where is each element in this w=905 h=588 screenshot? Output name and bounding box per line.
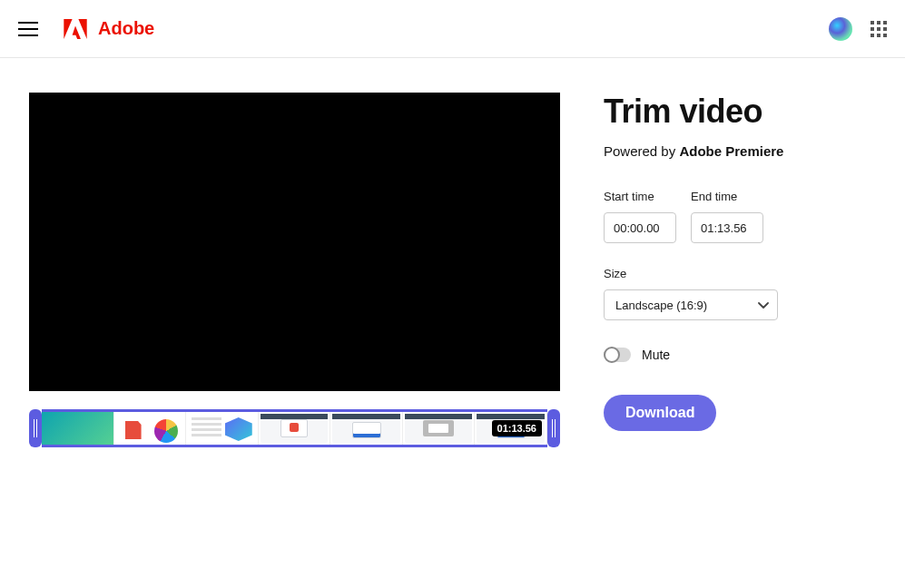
- powered-product: Adobe Premiere: [679, 143, 783, 159]
- brand-link[interactable]: Adobe: [64, 18, 154, 39]
- timeline-thumb[interactable]: [403, 412, 476, 445]
- timeline-thumb[interactable]: [186, 412, 259, 445]
- size-select-wrap: Landscape (16:9): [604, 289, 778, 320]
- apps-menu-icon[interactable]: [871, 21, 887, 37]
- start-time-label: Start time: [604, 190, 676, 203]
- brand-name: Adobe: [98, 18, 154, 39]
- video-preview[interactable]: [29, 93, 560, 391]
- toggle-knob: [604, 347, 620, 363]
- size-label: Size: [604, 267, 876, 280]
- timeline-track[interactable]: 01:13.56: [42, 409, 547, 447]
- menu-button[interactable]: [18, 22, 38, 36]
- right-column: Trim video Powered by Adobe Premiere Sta…: [604, 93, 876, 447]
- main: 01:13.56 Trim video Powered by Adobe Pre…: [0, 58, 905, 447]
- left-column: 01:13.56: [29, 93, 560, 447]
- adobe-logo-icon: [64, 19, 87, 39]
- avatar[interactable]: [829, 17, 852, 41]
- time-row: Start time End time: [604, 190, 876, 243]
- header: Adobe: [0, 0, 905, 58]
- trim-handle-end[interactable]: [547, 409, 560, 447]
- end-time-input[interactable]: [691, 212, 763, 243]
- header-left: Adobe: [18, 18, 154, 39]
- start-time-group: Start time: [604, 190, 676, 243]
- size-select[interactable]: Landscape (16:9): [604, 289, 778, 320]
- page-title: Trim video: [604, 93, 876, 131]
- mute-label: Mute: [642, 348, 670, 362]
- end-time-group: End time: [691, 190, 763, 243]
- mute-row: Mute: [604, 348, 876, 362]
- trim-handle-start[interactable]: [29, 409, 42, 447]
- end-time-label: End time: [691, 190, 763, 203]
- timeline: 01:13.56: [29, 409, 560, 447]
- timeline-duration-badge: 01:13.56: [492, 420, 542, 436]
- powered-by: Powered by Adobe Premiere: [604, 143, 876, 159]
- powered-prefix: Powered by: [604, 143, 679, 159]
- download-button[interactable]: Download: [604, 395, 716, 431]
- timeline-thumb[interactable]: [114, 412, 187, 445]
- timeline-thumb[interactable]: [259, 412, 331, 445]
- timeline-thumb[interactable]: [330, 412, 403, 445]
- size-group: Size Landscape (16:9): [604, 267, 876, 320]
- mute-toggle[interactable]: [604, 348, 631, 362]
- timeline-thumb[interactable]: [42, 412, 114, 445]
- header-right: [829, 17, 887, 41]
- start-time-input[interactable]: [604, 212, 676, 243]
